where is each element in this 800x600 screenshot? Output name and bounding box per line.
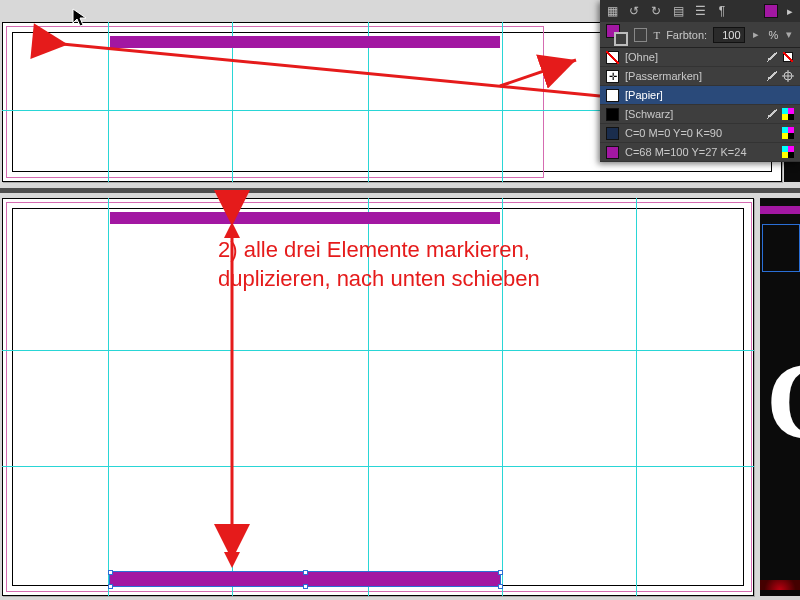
cmyk-icon [782,146,794,158]
guide[interactable] [108,22,109,182]
swatches-panel[interactable]: ▦ ↺ ↻ ▤ ☰ ¶ ▸ T Farbton: 100 ▸ % ▾ [Ohne… [600,0,800,162]
no-edit-icon [766,70,778,82]
svg-rect-20 [788,146,794,152]
swatch-row-icons [782,146,794,158]
selection-handle[interactable] [498,570,503,575]
stroke-chip[interactable] [614,32,628,46]
swatch-row-icons [782,127,794,139]
panel-tab-icon[interactable]: ▦ [604,3,620,19]
svg-rect-14 [788,114,794,120]
facing-page-preview: C [760,198,800,596]
fill-stroke-proxy[interactable] [606,24,628,46]
swatch-name: C=0 M=0 Y=0 K=90 [625,127,776,139]
formatting-container-button[interactable] [634,28,648,42]
swatch-row[interactable]: C=0 M=0 Y=0 K=90 [600,124,800,143]
svg-rect-18 [788,133,794,139]
annotation-2-text: 2) alle drei Elemente markieren, duplizi… [218,236,578,293]
selection-handle[interactable] [303,570,308,575]
cmyk-icon [782,108,794,120]
swatch-name: [Passermarken] [625,70,760,82]
swatch-chip [606,89,619,102]
svg-rect-15 [782,127,788,133]
swatch-name: [Schwarz] [625,108,760,120]
text-mode-icon[interactable]: T [653,29,660,41]
rotate-ccw-icon[interactable]: ↺ [626,3,642,19]
svg-line-10 [767,109,777,119]
svg-rect-11 [782,108,788,114]
swatch-name: [Ohne] [625,51,760,63]
purple-bar-top[interactable] [110,36,500,48]
guide[interactable] [108,198,109,596]
svg-line-6 [767,71,777,81]
swatch-list[interactable]: [Ohne]✛[Passermarken][Papier][Schwarz]C=… [600,48,800,162]
panel-flyout-icon[interactable]: ▸ [784,5,796,18]
cursor-icon [72,8,88,32]
selection-handle[interactable] [498,584,503,589]
swatch-row-icons [766,108,794,120]
registration-icon [782,70,794,82]
cmyk-icon [782,127,794,139]
spread-divider [0,188,800,193]
current-fill-chip[interactable] [764,4,778,18]
preview-shape [760,580,800,590]
swatch-row-icons [766,51,794,63]
no-edit-icon [766,108,778,120]
preview-bar [762,224,800,272]
guide[interactable] [2,350,754,351]
guide[interactable] [636,198,637,596]
workspace: C 1) 2) alle drei Elemente markieren, du… [0,0,800,600]
panel-header: T Farbton: 100 ▸ % ▾ [600,22,800,48]
tint-input[interactable]: 100 [713,27,745,43]
tint-unit: % [768,29,778,41]
panel-iconbar: ▦ ↺ ↻ ▤ ☰ ¶ ▸ [600,0,800,22]
arrange-icon[interactable]: ☰ [692,3,708,19]
page-1-margins [6,26,544,178]
svg-rect-17 [782,133,788,139]
swatch-chip [606,127,619,140]
tint-stepper-icon[interactable]: ▸ [751,28,761,41]
guide[interactable] [502,22,503,182]
swatch-chip [606,51,619,64]
tint-label: Farbton: [666,29,707,41]
swatch-row[interactable]: [Papier] [600,86,800,105]
selection-handle[interactable] [303,584,308,589]
wrap-icon[interactable]: ¶ [714,3,730,19]
svg-rect-21 [782,152,788,158]
selection-handle[interactable] [108,570,113,575]
swatch-row[interactable]: [Ohne] [600,48,800,67]
swatch-name: C=68 M=100 Y=27 K=24 [625,146,776,158]
swatch-chip [606,146,619,159]
svg-rect-22 [788,152,794,158]
swatch-name: [Papier] [625,89,788,101]
purple-bar-page2-top[interactable] [110,212,500,224]
preview-glyph: C [766,338,800,465]
none-icon [782,51,794,63]
svg-rect-16 [788,127,794,133]
preview-bar [760,206,800,214]
swatch-row[interactable]: C=68 M=100 Y=27 K=24 [600,143,800,162]
swatch-chip: ✛ [606,70,619,83]
swatch-row[interactable]: [Schwarz] [600,105,800,124]
no-edit-icon [766,51,778,63]
svg-rect-19 [782,146,788,152]
guide[interactable] [2,466,754,467]
svg-rect-12 [788,108,794,114]
svg-rect-13 [782,114,788,120]
rotate-cw-icon[interactable]: ↻ [648,3,664,19]
svg-line-5 [767,52,777,62]
swatch-row-icons [766,70,794,82]
selection-handle[interactable] [108,584,113,589]
tint-dropdown-icon[interactable]: ▾ [784,28,794,41]
align-icon[interactable]: ▤ [670,3,686,19]
swatch-row[interactable]: ✛[Passermarken] [600,67,800,86]
swatch-chip [606,108,619,121]
